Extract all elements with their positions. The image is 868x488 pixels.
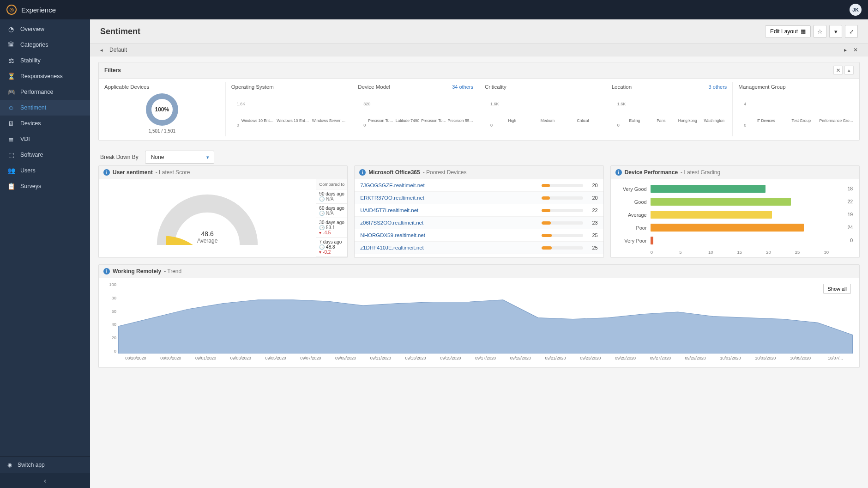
info-icon[interactable]: i <box>103 268 110 274</box>
compare-header: Compared to <box>316 179 347 189</box>
performance-row: Very Good18 <box>617 185 853 193</box>
overview-icon: ◔ <box>7 25 15 33</box>
office365-card: i Microsoft Office365 - Poorest Devices … <box>354 165 603 258</box>
poorest-device-row[interactable]: NHORGDX59.realtimeit.net25 <box>355 229 603 242</box>
switch-app-label: Switch app <box>18 462 45 468</box>
users-icon: 👥 <box>7 167 15 174</box>
chevron-left-icon: ‹ <box>44 477 46 484</box>
working-remotely-card: i Working Remotely - Trend Show all 1008… <box>98 264 860 368</box>
grid-icon: ▦ <box>801 28 806 35</box>
filter-applicable-devices[interactable]: Applicable Devices100%1,501 / 1,501 <box>99 82 226 136</box>
filter-criticality[interactable]: Criticality1.6K0HighMediumCritical <box>479 82 606 136</box>
sidebar-item-responsiveness[interactable]: ⏳Responsiveness <box>0 68 90 84</box>
breadcrumb-next[interactable]: ▸ <box>844 47 847 53</box>
app-title: Experience <box>21 6 56 14</box>
sidebar-collapse-button[interactable]: ‹ <box>0 473 90 488</box>
software-icon: ⬚ <box>7 151 15 159</box>
poorest-device-row[interactable]: z1DHF410JE.realtimeit.net25 <box>355 242 603 254</box>
categories-icon: 🏛 <box>7 41 15 49</box>
sidebar-item-overview[interactable]: ◔Overview <box>0 21 90 37</box>
trend-chart <box>118 282 853 354</box>
filter-location[interactable]: Location3 others1.6K0EalingParisHong kon… <box>606 82 733 136</box>
sidebar-item-categories[interactable]: 🏛Categories <box>0 37 90 53</box>
filters-panel: Filters ✕ ▴ Applicable Devices100%1,501 … <box>98 62 860 140</box>
vdi-icon: ≣ <box>7 135 15 143</box>
sidebar-item-stability[interactable]: ⚖Stability <box>0 53 90 68</box>
star-icon: ☆ <box>817 28 823 35</box>
surveys-icon: 📋 <box>7 183 15 190</box>
user-sentiment-card: i User sentiment - Latest Score 48.6 <box>98 165 348 258</box>
poorest-device-row[interactable]: 7JGOGSGZE.realtimeit.net20 <box>355 179 603 192</box>
info-icon[interactable]: i <box>103 169 110 176</box>
show-all-button[interactable]: Show all <box>823 284 851 294</box>
compare-row: 30 days ago🕒 53.1▾ -4.5 <box>316 218 347 238</box>
fullscreen-button[interactable]: ⤢ <box>845 25 858 38</box>
breadcrumb-prev[interactable]: ◂ <box>100 47 103 53</box>
filters-close-button[interactable]: ✕ <box>833 66 843 75</box>
more-dropdown-button[interactable]: ▾ <box>829 25 842 38</box>
sentiment-icon: ☺ <box>7 104 15 111</box>
info-icon[interactable]: i <box>615 169 622 176</box>
filter-operating-system[interactable]: Operating System1.6K0Windows 10 Enterpri… <box>226 82 353 136</box>
compare-row: 60 days ago🕒 N/A <box>316 204 347 218</box>
sidebar-item-vdi[interactable]: ≣VDI <box>0 131 90 147</box>
edit-layout-button[interactable]: Edit Layout ▦ <box>765 25 811 37</box>
filter-management-group[interactable]: Management Group40IT DevicesTest GroupPe… <box>733 82 859 136</box>
filters-collapse-button[interactable]: ▴ <box>844 66 854 75</box>
sidebar-item-surveys[interactable]: 📋Surveys <box>0 178 90 194</box>
sidebar-item-sentiment[interactable]: ☺Sentiment <box>0 100 90 116</box>
poorest-device-row[interactable]: ERKTR37OO.realtimeit.net20 <box>355 192 603 204</box>
device-performance-card: i Device Performance - Latest Grading Ve… <box>610 165 860 258</box>
responsiveness-icon: ⏳ <box>7 73 15 80</box>
sidebar-item-software[interactable]: ⬚Software <box>0 147 90 163</box>
sentiment-gauge: 48.6 Average <box>154 192 260 245</box>
compare-row: 7 days ago🕒 48.8▾ -0.2 <box>316 238 347 257</box>
user-avatar[interactable]: JK <box>850 4 862 16</box>
compare-row: 90 days ago🕒 N/A <box>316 189 347 204</box>
filters-title: Filters <box>104 67 121 73</box>
sidebar-item-performance[interactable]: 🎮Performance <box>0 84 90 100</box>
switch-app-icon: ◉ <box>7 462 12 468</box>
breadcrumb-close[interactable]: ✕ <box>853 47 858 53</box>
poorest-device-row[interactable]: z06I7SS2OO.realtimeit.net23 <box>355 217 603 229</box>
breakdown-label: Break Down By <box>100 154 139 160</box>
sidebar-item-devices[interactable]: 🖥Devices <box>0 116 90 131</box>
breakdown-row: Break Down By None <box>98 147 860 165</box>
breakdown-dropdown[interactable]: None <box>145 151 214 164</box>
sidebar: ◔Overview🏛Categories⚖Stability⏳Responsiv… <box>0 19 90 488</box>
poorest-device-row[interactable]: UAID45T7I.realtimeit.net22 <box>355 204 603 217</box>
performance-row: Good22 <box>617 198 853 206</box>
breadcrumb-bar: ◂ Default ▸ ✕ <box>90 44 868 56</box>
performance-row: Average19 <box>617 211 853 219</box>
page-title: Sentiment <box>100 27 140 37</box>
stability-icon: ⚖ <box>7 57 15 64</box>
caret-down-icon: ▾ <box>834 28 838 35</box>
topbar: ◎ Experience JK <box>0 0 868 19</box>
favorite-button[interactable]: ☆ <box>814 25 826 38</box>
filter-device-model[interactable]: Device Model34 others3200Precision Tower… <box>352 82 479 136</box>
page-header: Sentiment Edit Layout ▦ ☆ ▾ ⤢ <box>90 19 868 44</box>
sidebar-item-users[interactable]: 👥Users <box>0 163 90 178</box>
performance-row: Very Poor0 <box>617 237 853 244</box>
performance-icon: 🎮 <box>7 88 15 96</box>
info-icon[interactable]: i <box>359 169 366 176</box>
app-logo-icon: ◎ <box>6 5 17 15</box>
expand-icon: ⤢ <box>849 28 854 35</box>
switch-app-button[interactable]: ◉ Switch app <box>0 456 90 473</box>
devices-icon: 🖥 <box>7 120 15 127</box>
performance-row: Poor24 <box>617 224 853 232</box>
breadcrumb-current: Default <box>109 47 127 53</box>
